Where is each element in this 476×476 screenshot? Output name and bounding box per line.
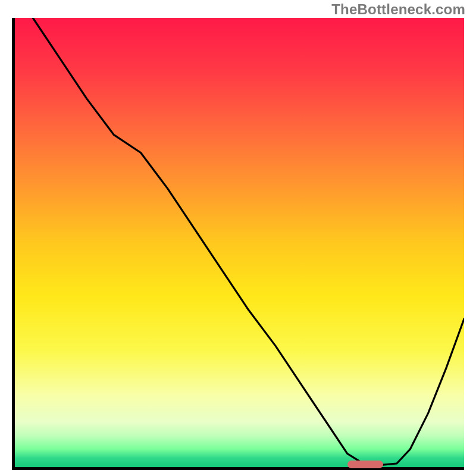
optimal-range-marker (347, 461, 383, 468)
bottleneck-curve (15, 18, 464, 467)
watermark-text: TheBottleneck.com (331, 1, 465, 18)
plot-area (12, 18, 464, 470)
chart-container: TheBottleneck.com (0, 0, 476, 476)
